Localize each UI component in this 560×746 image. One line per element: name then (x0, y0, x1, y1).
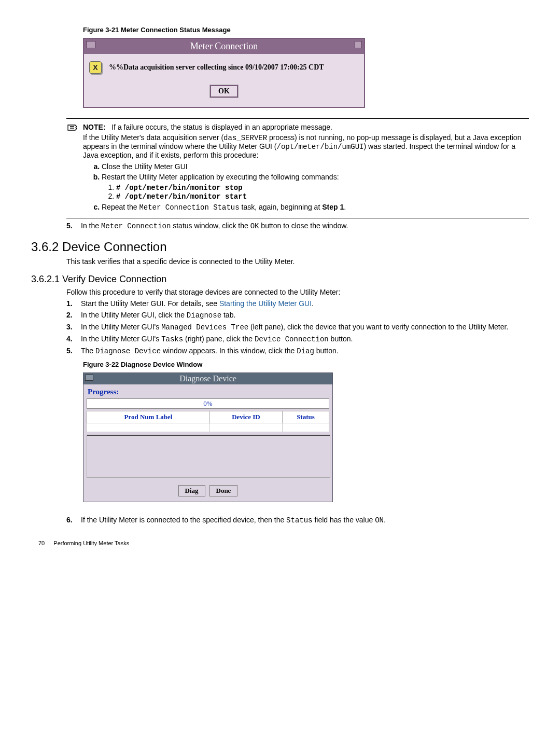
note-step-b: Restart the Utility Meter application by… (102, 173, 529, 201)
dialog-title: Meter Connection (190, 41, 258, 51)
progress-label: Progress: (88, 388, 329, 396)
divider (66, 218, 529, 218)
procedure-step-5: 5. In the Meter Connection status window… (66, 222, 529, 230)
code-monitor-stop: # /opt/meter/bin/monitor stop (116, 184, 243, 192)
procedure-step-4: 4. In the Utility Meter GUI's Tasks (rig… (66, 335, 529, 343)
procedure-step-1: 1. Start the Utility Meter GUI. For deta… (66, 299, 529, 308)
figure-caption-1: Figure 3-21 Meter Connection Status Mess… (83, 26, 529, 34)
page-number: 70 (38, 540, 45, 546)
maximize-icon[interactable] (355, 41, 362, 48)
procedure-step-2: 2. In the Utility Meter GUI, click the D… (66, 311, 529, 320)
footer-text: Performing Utility Meter Tasks (53, 540, 129, 546)
link-starting-gui[interactable]: Starting the Utility Meter GUI (219, 299, 312, 308)
code-monitor-start: # /opt/meter/bin/monitor start (116, 192, 247, 201)
dialog-message: %%Data acquisition server collecting sin… (109, 63, 324, 72)
col-status: Status (282, 411, 329, 423)
note-body: NOTE: If a failure occurs, the status is… (83, 123, 529, 215)
note-text: If a failure occurs, the status is displ… (111, 123, 332, 131)
section-heading-3621: 3.6.2.1 Verify Device Connection (31, 274, 529, 285)
done-button[interactable]: Done (209, 485, 238, 496)
procedure-step-6: 6. If the Utility Meter is connected to … (66, 516, 529, 524)
procedure-step-3: 3. In the Utility Meter GUI's Managed De… (66, 323, 529, 331)
note-label: NOTE: (83, 123, 106, 131)
page-footer: 70 Performing Utility Meter Tasks (38, 540, 529, 546)
table-row (87, 423, 329, 432)
progress-bar: 0% (87, 398, 329, 409)
note-step-c: Repeat the Meter Connection Status task,… (102, 203, 529, 212)
note-step-a: Close the Utility Meter GUI (102, 162, 529, 171)
section-intro-362: This task verifies that a specific devic… (66, 257, 529, 266)
note-icon (66, 123, 80, 137)
dialog-titlebar: Meter Connection (84, 39, 364, 54)
ok-button[interactable]: OK (210, 85, 238, 98)
col-prod-num: Prod Num Label (87, 411, 210, 423)
procedure-step-5b: 5. The Diagnose Device window appears. I… (66, 347, 529, 355)
code-das-server: das_SERVER (223, 134, 267, 142)
dialog-titlebar: Diagnose Device (83, 373, 332, 384)
window-menu-icon[interactable] (86, 41, 95, 48)
device-table: Prod Num Label Device ID Status (87, 411, 329, 432)
section-heading-362: 3.6.2 Device Connection (31, 240, 529, 254)
divider (66, 118, 529, 119)
dialog-title: Diagnose Device (179, 374, 236, 383)
window-menu-icon[interactable] (85, 375, 93, 381)
meter-connection-dialog: Meter Connection X %%Data acquisition se… (83, 38, 365, 108)
figure-caption-2: Figure 3-22 Diagnose Device Window (83, 361, 529, 368)
section-intro-3621: Follow this procedure to verify that sto… (66, 288, 529, 296)
diagnose-device-dialog: Diagnose Device Progress: 0% Prod Num La… (83, 372, 333, 502)
col-device-id: Device ID (209, 411, 282, 423)
code-umgui-path: /opt/meter/bin/umGUI (276, 143, 363, 151)
table-body-area (87, 435, 330, 478)
diag-button[interactable]: Diag (178, 485, 205, 496)
error-icon: X (89, 61, 102, 74)
